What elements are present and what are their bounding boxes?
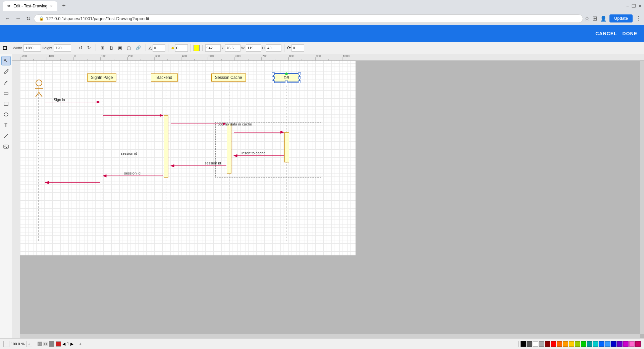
width-input[interactable]: [23, 44, 41, 52]
palette-dblue[interactable]: [611, 341, 616, 347]
handle-bottom-right[interactable]: [298, 81, 301, 83]
redo-btn[interactable]: ↻: [85, 44, 93, 51]
bookmark-btn[interactable]: ☆: [584, 15, 590, 22]
back-btn-tool[interactable]: ▢: [125, 44, 133, 51]
forward-btn[interactable]: →: [13, 14, 23, 23]
signin-page-box[interactable]: SignIn Page: [87, 73, 116, 82]
done-button[interactable]: DONE: [623, 31, 637, 36]
circle-color-icon: ●: [171, 45, 174, 51]
backend-box[interactable]: Backend: [151, 73, 178, 82]
add-page-btn-2[interactable]: +: [79, 341, 82, 347]
palette-pink[interactable]: [629, 341, 635, 347]
drawing-canvas[interactable]: SignIn Page Backend Session Cache DB: [20, 61, 356, 255]
back-btn[interactable]: ←: [3, 14, 12, 23]
palette-black[interactable]: [521, 341, 526, 347]
actor-figure: [33, 80, 45, 99]
pen-tool[interactable]: [1, 67, 11, 76]
zoom-out-btn[interactable]: −: [3, 341, 9, 347]
x-coord-input[interactable]: [205, 44, 221, 52]
select-tool[interactable]: ↖: [1, 56, 11, 65]
page-nav-prev[interactable]: ◀: [62, 342, 65, 346]
w-input[interactable]: [246, 44, 261, 52]
handle-bottom-center[interactable]: [285, 81, 288, 83]
page-alt-swatch[interactable]: □: [43, 342, 48, 346]
profile-btn[interactable]: 👤: [600, 15, 607, 22]
db-box[interactable]: DB: [273, 73, 300, 82]
handle-top-center[interactable]: [285, 72, 288, 75]
shape-rect-tool[interactable]: [1, 99, 11, 108]
link-btn[interactable]: 🔗: [133, 44, 143, 51]
minimize-btn[interactable]: −: [626, 3, 629, 9]
active-tab[interactable]: ✏ Edit - Test-Drawing ×: [3, 1, 57, 11]
undo-btn[interactable]: ↺: [77, 44, 85, 51]
palette-cyan[interactable]: [593, 341, 598, 347]
reload-btn[interactable]: ↻: [24, 14, 33, 23]
tab-favicon: ✏: [7, 4, 11, 8]
restore-btn[interactable]: ❐: [632, 3, 636, 9]
svg-text:100: 100: [101, 54, 106, 58]
h-label: H: [262, 46, 265, 50]
angle-input[interactable]: [153, 44, 165, 52]
shape-ellipse-tool[interactable]: [1, 110, 11, 119]
palette-darkpink[interactable]: [635, 341, 641, 347]
snap-btn[interactable]: ⊞: [99, 44, 106, 51]
palette-green[interactable]: [581, 341, 586, 347]
update-button[interactable]: Update: [609, 14, 633, 22]
handle-mid-left[interactable]: [272, 77, 275, 79]
delete-btn[interactable]: 🗑: [107, 44, 115, 51]
extensions-btn[interactable]: ⊞: [592, 15, 597, 22]
palette-darkred[interactable]: [545, 341, 550, 347]
palette-red[interactable]: [551, 341, 556, 347]
close-btn[interactable]: ×: [639, 3, 641, 9]
fill-color-swatch[interactable]: [194, 45, 200, 51]
new-tab-button[interactable]: +: [60, 2, 68, 10]
palette-lgray[interactable]: [539, 341, 544, 347]
url-input[interactable]: [46, 16, 578, 21]
bottom-scrollbar[interactable]: [20, 334, 640, 338]
palette-lgreen[interactable]: [575, 341, 580, 347]
handle-mid-right[interactable]: [298, 77, 301, 79]
address-bar[interactable]: 🔒: [34, 14, 583, 23]
palette-magenta[interactable]: [623, 341, 629, 347]
palette-blue[interactable]: [599, 341, 604, 347]
handle-bottom-left[interactable]: [272, 81, 275, 83]
right-scrollbar[interactable]: [640, 61, 644, 334]
page-bg-swatch[interactable]: □: [38, 342, 42, 346]
cancel-button[interactable]: CANCEL: [595, 31, 617, 36]
palette-teal[interactable]: [587, 341, 592, 347]
msg-session-id-sp-label: session id: [124, 171, 141, 175]
text-tool[interactable]: T: [1, 120, 11, 130]
session-cache-label: Session Cache: [215, 75, 242, 80]
palette-yellow[interactable]: [569, 341, 574, 347]
y-coord-input[interactable]: [225, 44, 240, 52]
page-nav-next[interactable]: ▶: [70, 342, 73, 346]
eraser-tool[interactable]: [1, 88, 11, 98]
highlight-tool[interactable]: [1, 78, 11, 87]
dark-swatch[interactable]: [49, 341, 54, 347]
height-input[interactable]: [54, 44, 71, 52]
h-input[interactable]: [266, 44, 281, 52]
palette-dgray[interactable]: [527, 341, 532, 347]
palette-purple[interactable]: [617, 341, 623, 347]
canvas-scroll-area[interactable]: SignIn Page Backend Session Cache DB: [20, 61, 640, 334]
zoom-in-btn[interactable]: +: [26, 341, 32, 347]
palette-orange[interactable]: [557, 341, 562, 347]
palette-lblue[interactable]: [605, 341, 610, 347]
red-swatch-status[interactable]: [56, 341, 61, 347]
palette-orange2[interactable]: [563, 341, 568, 347]
line-tool[interactable]: [1, 131, 11, 141]
toolbar-icon-group: ⊞: [3, 45, 10, 51]
session-cache-box[interactable]: Session Cache: [211, 73, 246, 82]
front-btn[interactable]: ▣: [116, 44, 124, 51]
menu-btn[interactable]: ⋮: [635, 15, 641, 22]
handle-top-left[interactable]: [272, 72, 275, 75]
rotate-input[interactable]: [291, 44, 304, 52]
opacity-input[interactable]: [175, 44, 188, 52]
page-num-display: 1: [67, 342, 69, 346]
image-tool[interactable]: [1, 142, 11, 151]
handle-top-right[interactable]: [298, 72, 301, 75]
tab-close-btn[interactable]: ×: [50, 3, 53, 9]
palette-white[interactable]: [533, 341, 538, 347]
add-page-btn[interactable]: −: [75, 341, 77, 347]
svg-text:200: 200: [128, 54, 133, 58]
